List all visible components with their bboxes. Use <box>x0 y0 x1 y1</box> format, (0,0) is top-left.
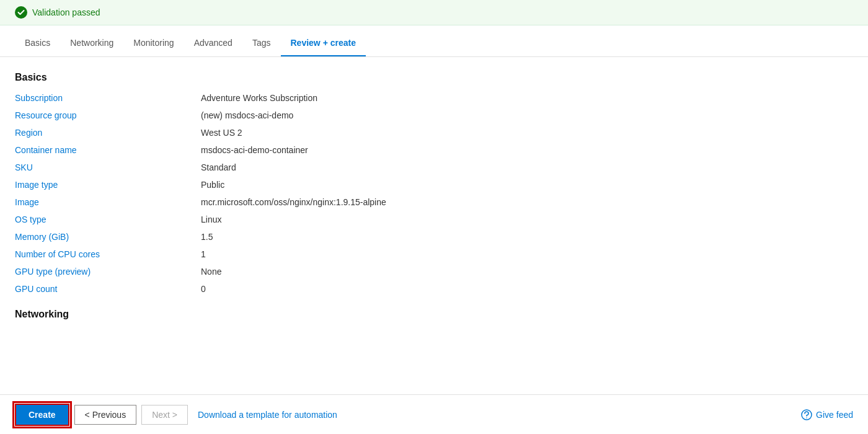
tab-monitoring[interactable]: Monitoring <box>123 30 184 56</box>
validation-check-icon <box>15 6 27 19</box>
field-image-type: Image type Public <box>15 180 853 190</box>
label-gpu-count: GPU count <box>15 284 201 294</box>
label-resource-group: Resource group <box>15 110 201 120</box>
field-sku: SKU Standard <box>15 162 853 172</box>
field-region: Region West US 2 <box>15 128 853 138</box>
tab-networking[interactable]: Networking <box>60 30 123 56</box>
value-gpu-count: 0 <box>201 284 206 294</box>
value-cpu-cores: 1 <box>201 249 206 259</box>
tab-basics[interactable]: Basics <box>15 30 60 56</box>
value-resource-group: (new) msdocs-aci-demo <box>201 110 293 120</box>
label-gpu-type: GPU type (preview) <box>15 267 201 277</box>
field-subscription: Subscription Adventure Works Subscriptio… <box>15 93 853 103</box>
field-gpu-type: GPU type (preview) None <box>15 267 853 277</box>
give-feedback-label: Give feed <box>816 410 853 420</box>
value-sku: Standard <box>201 162 236 172</box>
networking-section: Networking <box>15 309 853 320</box>
field-cpu-cores: Number of CPU cores 1 <box>15 249 853 259</box>
basics-section: Basics Subscription Adventure Works Subs… <box>15 72 853 294</box>
label-container-name: Container name <box>15 145 201 155</box>
main-content: Basics Subscription Adventure Works Subs… <box>0 57 868 391</box>
create-button[interactable]: Create <box>15 404 69 426</box>
basics-heading: Basics <box>15 72 853 83</box>
value-region: West US 2 <box>201 128 242 138</box>
validation-text: Validation passed <box>32 7 100 17</box>
field-os-type: OS type Linux <box>15 215 853 224</box>
value-memory: 1.5 <box>201 232 213 242</box>
field-gpu-count: GPU count 0 <box>15 284 853 294</box>
field-container-name: Container name msdocs-aci-demo-container <box>15 145 853 155</box>
validation-bar: Validation passed <box>0 0 868 25</box>
bottom-bar: Create < Previous Next > Download a temp… <box>0 394 868 434</box>
label-cpu-cores: Number of CPU cores <box>15 249 201 259</box>
automation-template-link[interactable]: Download a template for automation <box>198 410 337 420</box>
give-feedback-button[interactable]: Give feed <box>801 409 853 420</box>
label-os-type: OS type <box>15 215 201 224</box>
value-subscription: Adventure Works Subscription <box>201 93 317 103</box>
tab-navigation: Basics Networking Monitoring Advanced Ta… <box>0 30 868 57</box>
field-resource-group: Resource group (new) msdocs-aci-demo <box>15 110 853 120</box>
label-memory: Memory (GiB) <box>15 232 201 242</box>
svg-point-1 <box>806 417 807 418</box>
tab-tags[interactable]: Tags <box>242 30 281 56</box>
next-button[interactable]: Next > <box>141 405 188 425</box>
value-os-type: Linux <box>201 215 221 224</box>
field-image: Image mcr.microsoft.com/oss/nginx/nginx:… <box>15 197 853 207</box>
label-region: Region <box>15 128 201 138</box>
label-image-type: Image type <box>15 180 201 190</box>
label-image: Image <box>15 197 201 207</box>
label-subscription: Subscription <box>15 93 201 103</box>
previous-button[interactable]: < Previous <box>74 405 137 425</box>
value-gpu-type: None <box>201 267 221 277</box>
tab-advanced[interactable]: Advanced <box>184 30 242 56</box>
label-sku: SKU <box>15 162 201 172</box>
field-memory: Memory (GiB) 1.5 <box>15 232 853 242</box>
tab-review-create[interactable]: Review + create <box>281 30 366 56</box>
feedback-icon <box>801 409 812 420</box>
value-container-name: msdocs-aci-demo-container <box>201 145 308 155</box>
networking-heading: Networking <box>15 309 853 320</box>
value-image-type: Public <box>201 180 224 190</box>
value-image: mcr.microsoft.com/oss/nginx/nginx:1.9.15… <box>201 197 386 207</box>
